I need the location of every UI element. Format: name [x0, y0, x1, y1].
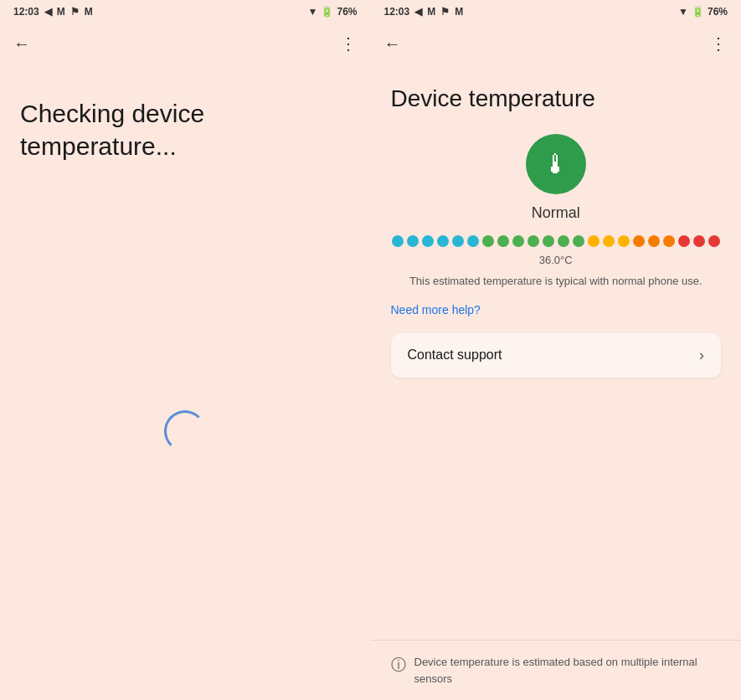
left-screen: 12:03 ◀ M ⚑ M ▼ 🔋 76% ← ⋮ Checking devic…	[0, 0, 371, 700]
right-mail-icon: M	[427, 6, 435, 18]
temp-dot-17	[648, 235, 660, 247]
temp-dot-1	[407, 235, 419, 247]
temp-description: This estimated temperature is typical wi…	[396, 273, 716, 290]
temp-dot-12	[573, 235, 584, 247]
left-back-button[interactable]: ←	[13, 34, 30, 54]
temp-dot-15	[618, 235, 630, 247]
temp-dot-4	[452, 235, 464, 247]
temp-dot-11	[558, 235, 569, 247]
chevron-right-icon: ›	[699, 347, 704, 364]
left-menu-button[interactable]: ⋮	[340, 33, 358, 54]
temp-dot-6	[482, 235, 494, 247]
right-back-button[interactable]: ←	[384, 34, 401, 54]
info-icon: ⓘ	[391, 655, 406, 675]
temp-dot-2	[422, 235, 434, 247]
temp-dot-18	[663, 235, 675, 247]
temp-dot-8	[512, 235, 524, 247]
left-mail2-icon: M	[85, 6, 93, 18]
temp-dot-10	[543, 235, 554, 247]
temp-dot-0	[392, 235, 404, 247]
left-status-right: ▼ 🔋 76%	[308, 6, 358, 18]
temp-dot-3	[437, 235, 449, 247]
left-signal-icon: ◀	[44, 6, 52, 18]
left-time: 12:03	[13, 6, 39, 18]
loading-spinner	[164, 410, 206, 452]
temp-dot-13	[588, 235, 599, 247]
left-top-nav: ← ⋮	[0, 23, 371, 64]
right-battery-icon: 🔋	[692, 6, 704, 18]
left-battery-pct: 76%	[337, 6, 357, 18]
left-status-left: 12:03 ◀ M ⚑ M	[13, 6, 93, 18]
temp-dot-21	[708, 235, 720, 247]
info-section: ⓘ Device temperature is estimated based …	[371, 640, 742, 700]
temp-icon-circle: 🌡	[526, 134, 586, 194]
temp-dot-5	[467, 235, 479, 247]
temp-dot-19	[678, 235, 690, 247]
info-text: Device temperature is estimated based on…	[414, 654, 722, 687]
checking-title: Checking device temperature...	[0, 64, 371, 162]
temp-dot-16	[633, 235, 645, 247]
temp-dot-9	[527, 235, 539, 247]
left-battery-icon: 🔋	[321, 6, 333, 18]
right-top-nav: ← ⋮	[371, 23, 742, 64]
right-screen: 12:03 ◀ M ⚑ M ▼ 🔋 76% ← ⋮ Device tempera…	[371, 0, 742, 700]
right-time: 12:03	[384, 6, 410, 18]
screens-wrapper: 12:03 ◀ M ⚑ M ▼ 🔋 76% ← ⋮ Checking devic…	[0, 0, 741, 700]
left-status-bar: 12:03 ◀ M ⚑ M ▼ 🔋 76%	[0, 0, 371, 23]
thermometer-icon: 🌡	[543, 149, 569, 180]
right-status-left: 12:03 ◀ M ⚑ M	[384, 6, 464, 18]
left-mail-icon: M	[57, 6, 65, 18]
right-wifi-icon: ▼	[678, 6, 688, 18]
temp-dot-7	[497, 235, 509, 247]
right-battery-pct: 76%	[708, 6, 728, 18]
right-signal-icon: ◀	[414, 6, 422, 18]
temp-content: 🌡 Normal 36.0°C This estimated temperatu…	[371, 114, 742, 303]
right-status-right: ▼ 🔋 76%	[678, 6, 728, 18]
temp-value: 36.0°C	[539, 254, 573, 266]
device-temp-title: Device temperature	[371, 64, 742, 114]
left-user-icon: ⚑	[70, 6, 80, 18]
right-status-bar: 12:03 ◀ M ⚑ M ▼ 🔋 76%	[371, 0, 742, 23]
temp-status-label: Normal	[532, 204, 580, 222]
temp-dot-20	[693, 235, 705, 247]
left-wifi-icon: ▼	[308, 6, 318, 18]
contact-support-label: Contact support	[408, 347, 502, 363]
info-row: ⓘ Device temperature is estimated based …	[391, 654, 722, 687]
loading-container	[0, 162, 371, 700]
right-mail2-icon: M	[455, 6, 463, 18]
right-user-icon: ⚑	[440, 6, 450, 18]
temp-dot-14	[603, 235, 615, 247]
help-link[interactable]: Need more help?	[371, 303, 501, 317]
right-menu-button[interactable]: ⋮	[710, 33, 728, 54]
temp-bar	[392, 235, 720, 247]
contact-support-card[interactable]: Contact support ›	[391, 333, 722, 378]
